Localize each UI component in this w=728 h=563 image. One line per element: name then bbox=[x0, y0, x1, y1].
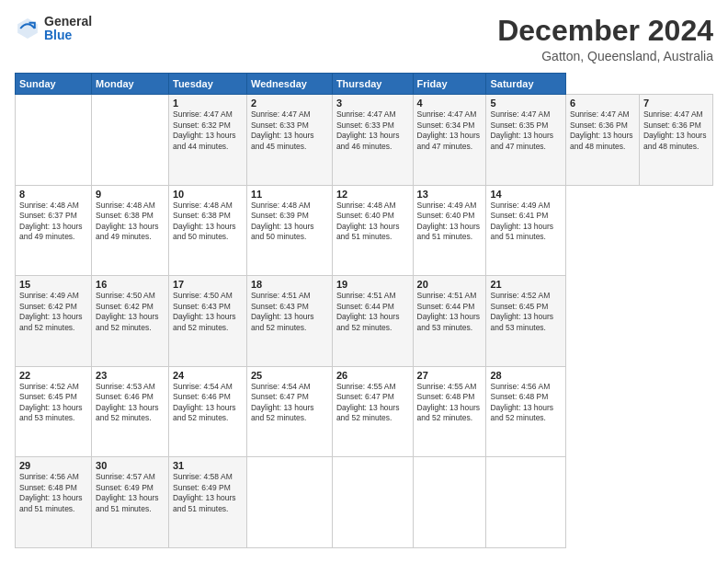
weekday-header-saturday: Saturday bbox=[486, 74, 565, 95]
logo: General Blue bbox=[15, 15, 92, 43]
calendar-cell: 25Sunrise: 4:54 AMSunset: 6:47 PMDayligh… bbox=[246, 366, 332, 457]
calendar-cell: 22Sunrise: 4:52 AMSunset: 6:45 PMDayligh… bbox=[16, 366, 92, 457]
day-number: 12 bbox=[336, 189, 409, 200]
day-number: 4 bbox=[417, 98, 483, 109]
calendar-cell: 6Sunrise: 4:47 AMSunset: 6:36 PMDaylight… bbox=[565, 95, 639, 186]
day-info: Sunrise: 4:47 AMSunset: 6:36 PMDaylight:… bbox=[643, 109, 709, 152]
day-info: Sunrise: 4:47 AMSunset: 6:35 PMDaylight:… bbox=[490, 109, 561, 152]
logo-icon bbox=[15, 16, 40, 41]
day-number: 8 bbox=[19, 189, 87, 200]
weekday-header-wednesday: Wednesday bbox=[246, 74, 332, 95]
calendar-cell: 7Sunrise: 4:47 AMSunset: 6:36 PMDaylight… bbox=[639, 95, 712, 186]
day-number: 25 bbox=[251, 370, 328, 381]
calendar-week-row: 22Sunrise: 4:52 AMSunset: 6:45 PMDayligh… bbox=[16, 366, 713, 457]
sub-title: Gatton, Queensland, Australia bbox=[497, 49, 713, 63]
calendar-header-row: SundayMondayTuesdayWednesdayThursdayFrid… bbox=[16, 74, 713, 95]
day-number: 30 bbox=[96, 460, 165, 471]
weekday-header-thursday: Thursday bbox=[332, 74, 413, 95]
calendar-cell: 13Sunrise: 4:49 AMSunset: 6:40 PMDayligh… bbox=[413, 185, 486, 276]
calendar-cell: 20Sunrise: 4:51 AMSunset: 6:44 PMDayligh… bbox=[413, 276, 486, 367]
calendar-cell bbox=[332, 457, 413, 548]
day-info: Sunrise: 4:58 AMSunset: 6:49 PMDaylight:… bbox=[173, 472, 243, 514]
calendar-cell: 11Sunrise: 4:48 AMSunset: 6:39 PMDayligh… bbox=[246, 185, 332, 276]
day-number: 16 bbox=[96, 279, 165, 290]
calendar-cell: 8Sunrise: 4:48 AMSunset: 6:37 PMDaylight… bbox=[16, 185, 92, 276]
day-info: Sunrise: 4:48 AMSunset: 6:40 PMDaylight:… bbox=[336, 201, 409, 243]
calendar-cell bbox=[16, 95, 92, 186]
weekday-header-tuesday: Tuesday bbox=[168, 74, 246, 95]
day-info: Sunrise: 4:50 AMSunset: 6:42 PMDaylight:… bbox=[96, 291, 165, 333]
calendar-cell: 10Sunrise: 4:48 AMSunset: 6:38 PMDayligh… bbox=[168, 185, 246, 276]
day-number: 14 bbox=[490, 189, 561, 200]
calendar-week-row: 1Sunrise: 4:47 AMSunset: 6:32 PMDaylight… bbox=[16, 95, 713, 186]
day-number: 29 bbox=[19, 460, 87, 471]
day-info: Sunrise: 4:51 AMSunset: 6:44 PMDaylight:… bbox=[417, 291, 483, 333]
calendar-cell: 5Sunrise: 4:47 AMSunset: 6:35 PMDaylight… bbox=[486, 95, 565, 186]
day-info: Sunrise: 4:48 AMSunset: 6:38 PMDaylight:… bbox=[173, 201, 243, 243]
day-info: Sunrise: 4:47 AMSunset: 6:36 PMDaylight:… bbox=[570, 109, 635, 152]
day-number: 10 bbox=[173, 189, 243, 200]
day-number: 31 bbox=[173, 460, 243, 471]
calendar-week-row: 29Sunrise: 4:56 AMSunset: 6:48 PMDayligh… bbox=[16, 457, 713, 548]
calendar-cell: 27Sunrise: 4:55 AMSunset: 6:48 PMDayligh… bbox=[413, 366, 486, 457]
logo-blue: Blue bbox=[44, 29, 92, 42]
calendar-cell: 31Sunrise: 4:58 AMSunset: 6:49 PMDayligh… bbox=[168, 457, 246, 548]
day-number: 27 bbox=[417, 370, 483, 381]
calendar-cell: 30Sunrise: 4:57 AMSunset: 6:49 PMDayligh… bbox=[92, 457, 169, 548]
calendar-cell: 19Sunrise: 4:51 AMSunset: 6:44 PMDayligh… bbox=[332, 276, 413, 367]
calendar-cell: 24Sunrise: 4:54 AMSunset: 6:46 PMDayligh… bbox=[168, 366, 246, 457]
day-number: 24 bbox=[173, 370, 243, 381]
calendar-cell: 29Sunrise: 4:56 AMSunset: 6:48 PMDayligh… bbox=[16, 457, 92, 548]
day-number: 22 bbox=[19, 370, 87, 381]
day-info: Sunrise: 4:51 AMSunset: 6:44 PMDaylight:… bbox=[336, 291, 409, 333]
calendar-cell: 21Sunrise: 4:52 AMSunset: 6:45 PMDayligh… bbox=[486, 276, 565, 367]
calendar-week-row: 15Sunrise: 4:49 AMSunset: 6:42 PMDayligh… bbox=[16, 276, 713, 367]
logo-general: General bbox=[44, 15, 92, 29]
day-number: 9 bbox=[96, 189, 165, 200]
calendar-cell: 14Sunrise: 4:49 AMSunset: 6:41 PMDayligh… bbox=[486, 185, 565, 276]
day-number: 6 bbox=[570, 98, 635, 109]
day-info: Sunrise: 4:56 AMSunset: 6:48 PMDaylight:… bbox=[19, 472, 87, 514]
calendar-cell: 17Sunrise: 4:50 AMSunset: 6:43 PMDayligh… bbox=[168, 276, 246, 367]
calendar-cell: 15Sunrise: 4:49 AMSunset: 6:42 PMDayligh… bbox=[16, 276, 92, 367]
day-number: 7 bbox=[643, 98, 709, 109]
day-info: Sunrise: 4:55 AMSunset: 6:48 PMDaylight:… bbox=[417, 382, 483, 424]
calendar-cell: 12Sunrise: 4:48 AMSunset: 6:40 PMDayligh… bbox=[332, 185, 413, 276]
calendar-cell: 9Sunrise: 4:48 AMSunset: 6:38 PMDaylight… bbox=[92, 185, 169, 276]
header: General Blue December 2024 Gatton, Queen… bbox=[15, 15, 713, 63]
day-info: Sunrise: 4:49 AMSunset: 6:40 PMDaylight:… bbox=[417, 201, 483, 243]
day-info: Sunrise: 4:53 AMSunset: 6:46 PMDaylight:… bbox=[96, 382, 165, 424]
day-number: 15 bbox=[19, 279, 87, 290]
day-number: 13 bbox=[417, 189, 483, 200]
calendar-cell: 26Sunrise: 4:55 AMSunset: 6:47 PMDayligh… bbox=[332, 366, 413, 457]
weekday-header-friday: Friday bbox=[413, 74, 486, 95]
logo-text: General Blue bbox=[44, 15, 92, 43]
day-info: Sunrise: 4:55 AMSunset: 6:47 PMDaylight:… bbox=[336, 382, 409, 424]
day-number: 26 bbox=[336, 370, 409, 381]
calendar-cell bbox=[413, 457, 486, 548]
day-info: Sunrise: 4:47 AMSunset: 6:33 PMDaylight:… bbox=[336, 109, 409, 152]
weekday-header-sunday: Sunday bbox=[16, 74, 92, 95]
day-info: Sunrise: 4:48 AMSunset: 6:39 PMDaylight:… bbox=[251, 201, 328, 243]
day-number: 21 bbox=[490, 279, 561, 290]
title-block: December 2024 Gatton, Queensland, Austra… bbox=[497, 15, 713, 63]
day-number: 11 bbox=[251, 189, 328, 200]
day-info: Sunrise: 4:47 AMSunset: 6:33 PMDaylight:… bbox=[251, 109, 328, 152]
calendar-cell: 2Sunrise: 4:47 AMSunset: 6:33 PMDaylight… bbox=[246, 95, 332, 186]
calendar-cell bbox=[92, 95, 169, 186]
calendar-table: SundayMondayTuesdayWednesdayThursdayFrid… bbox=[15, 73, 713, 548]
calendar-cell: 16Sunrise: 4:50 AMSunset: 6:42 PMDayligh… bbox=[92, 276, 169, 367]
main-title: December 2024 bbox=[497, 15, 713, 47]
day-info: Sunrise: 4:51 AMSunset: 6:43 PMDaylight:… bbox=[251, 291, 328, 333]
day-info: Sunrise: 4:47 AMSunset: 6:32 PMDaylight:… bbox=[173, 109, 243, 152]
day-info: Sunrise: 4:54 AMSunset: 6:47 PMDaylight:… bbox=[251, 382, 328, 424]
day-number: 2 bbox=[251, 98, 328, 109]
calendar-cell: 1Sunrise: 4:47 AMSunset: 6:32 PMDaylight… bbox=[168, 95, 246, 186]
calendar-cell: 28Sunrise: 4:56 AMSunset: 6:48 PMDayligh… bbox=[486, 366, 565, 457]
day-number: 28 bbox=[490, 370, 561, 381]
calendar-week-row: 8Sunrise: 4:48 AMSunset: 6:37 PMDaylight… bbox=[16, 185, 713, 276]
weekday-header-monday: Monday bbox=[92, 74, 169, 95]
calendar-cell: 23Sunrise: 4:53 AMSunset: 6:46 PMDayligh… bbox=[92, 366, 169, 457]
day-number: 19 bbox=[336, 279, 409, 290]
day-number: 23 bbox=[96, 370, 165, 381]
